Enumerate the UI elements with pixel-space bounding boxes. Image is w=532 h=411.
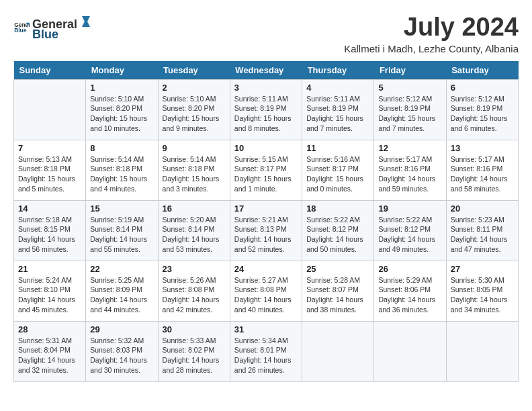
weekday-header-row: SundayMondayTuesdayWednesdayThursdayFrid… [14,61,519,80]
day-info: Sunrise: 5:17 AM Sunset: 8:16 PM Dayligh… [451,154,514,194]
calendar-cell: 14Sunrise: 5:18 AM Sunset: 8:15 PM Dayli… [14,200,86,261]
day-info: Sunrise: 5:34 AM Sunset: 8:01 PM Dayligh… [234,336,298,375]
calendar-cell: 18Sunrise: 5:22 AM Sunset: 8:12 PM Dayli… [302,200,374,261]
day-info: Sunrise: 5:18 AM Sunset: 8:15 PM Dayligh… [18,215,81,255]
calendar-cell: 3Sunrise: 5:11 AM Sunset: 8:19 PM Daylig… [230,79,302,140]
calendar-cell: 30Sunrise: 5:33 AM Sunset: 8:02 PM Dayli… [158,321,230,381]
calendar-cell: 13Sunrise: 5:17 AM Sunset: 8:16 PM Dayli… [446,140,518,200]
title-area: July 2024 Kallmeti i Madh, Lezhe County,… [344,13,519,54]
calendar-cell: 31Sunrise: 5:34 AM Sunset: 8:01 PM Dayli… [230,321,302,381]
day-number: 12 [378,143,441,153]
day-number: 21 [18,264,81,274]
week-row-2: 7Sunrise: 5:13 AM Sunset: 8:18 PM Daylig… [14,140,519,200]
day-number: 24 [234,264,298,274]
calendar-cell: 1Sunrise: 5:10 AM Sunset: 8:20 PM Daylig… [86,79,158,140]
day-number: 17 [234,203,298,214]
calendar-cell: 20Sunrise: 5:23 AM Sunset: 8:11 PM Dayli… [446,200,518,261]
calendar-cell: 16Sunrise: 5:20 AM Sunset: 8:14 PM Dayli… [158,200,230,261]
logo: General Blue General Blue [13,13,93,42]
calendar-cell: 19Sunrise: 5:22 AM Sunset: 8:12 PM Dayli… [374,200,446,261]
day-info: Sunrise: 5:33 AM Sunset: 8:02 PM Dayligh… [163,336,226,375]
week-row-3: 14Sunrise: 5:18 AM Sunset: 8:15 PM Dayli… [14,200,519,261]
day-number: 16 [163,203,226,214]
weekday-header-tuesday: Tuesday [158,61,230,80]
calendar-cell: 23Sunrise: 5:26 AM Sunset: 8:08 PM Dayli… [158,261,230,321]
day-number: 7 [18,143,81,153]
calendar-cell: 10Sunrise: 5:15 AM Sunset: 8:17 PM Dayli… [230,140,302,200]
day-info: Sunrise: 5:13 AM Sunset: 8:18 PM Dayligh… [18,154,81,194]
day-info: Sunrise: 5:12 AM Sunset: 8:19 PM Dayligh… [378,94,441,134]
week-row-1: 1Sunrise: 5:10 AM Sunset: 8:20 PM Daylig… [14,79,519,140]
day-number: 10 [234,143,298,153]
day-info: Sunrise: 5:15 AM Sunset: 8:17 PM Dayligh… [234,154,298,194]
day-info: Sunrise: 5:21 AM Sunset: 8:13 PM Dayligh… [234,215,298,255]
day-info: Sunrise: 5:17 AM Sunset: 8:16 PM Dayligh… [378,154,441,194]
day-number: 1 [90,83,153,93]
calendar-cell: 9Sunrise: 5:14 AM Sunset: 8:18 PM Daylig… [158,140,230,200]
weekday-header-thursday: Thursday [302,61,374,80]
day-info: Sunrise: 5:14 AM Sunset: 8:18 PM Dayligh… [90,154,153,194]
day-info: Sunrise: 5:24 AM Sunset: 8:10 PM Dayligh… [18,275,81,315]
day-info: Sunrise: 5:11 AM Sunset: 8:19 PM Dayligh… [234,94,298,134]
day-info: Sunrise: 5:30 AM Sunset: 8:05 PM Dayligh… [451,275,514,315]
svg-marker-3 [82,16,90,27]
calendar-cell: 24Sunrise: 5:27 AM Sunset: 8:08 PM Dayli… [230,261,302,321]
calendar-cell: 15Sunrise: 5:19 AM Sunset: 8:14 PM Dayli… [86,200,158,261]
day-number: 8 [90,143,153,153]
day-info: Sunrise: 5:14 AM Sunset: 8:18 PM Dayligh… [163,154,226,194]
calendar-cell: 25Sunrise: 5:28 AM Sunset: 8:07 PM Dayli… [302,261,374,321]
day-number: 30 [163,324,226,334]
day-number: 13 [451,143,514,153]
calendar-cell: 7Sunrise: 5:13 AM Sunset: 8:18 PM Daylig… [14,140,86,200]
week-row-5: 28Sunrise: 5:31 AM Sunset: 8:04 PM Dayli… [14,321,519,381]
day-info: Sunrise: 5:25 AM Sunset: 8:09 PM Dayligh… [90,275,153,315]
calendar-cell: 8Sunrise: 5:14 AM Sunset: 8:18 PM Daylig… [86,140,158,200]
calendar-cell: 22Sunrise: 5:25 AM Sunset: 8:09 PM Dayli… [86,261,158,321]
day-number: 14 [18,203,81,214]
day-info: Sunrise: 5:23 AM Sunset: 8:11 PM Dayligh… [451,215,514,255]
day-number: 3 [234,83,298,93]
day-number: 4 [306,83,369,93]
calendar-cell: 6Sunrise: 5:12 AM Sunset: 8:19 PM Daylig… [446,79,518,140]
day-number: 31 [234,324,298,334]
day-info: Sunrise: 5:19 AM Sunset: 8:14 PM Dayligh… [90,215,153,255]
calendar-cell: 27Sunrise: 5:30 AM Sunset: 8:05 PM Dayli… [446,261,518,321]
calendar-cell: 29Sunrise: 5:32 AM Sunset: 8:03 PM Dayli… [86,321,158,381]
calendar-cell: 26Sunrise: 5:29 AM Sunset: 8:06 PM Dayli… [374,261,446,321]
day-number: 22 [90,264,153,274]
month-title: July 2024 [344,13,519,42]
day-info: Sunrise: 5:27 AM Sunset: 8:08 PM Dayligh… [234,275,298,315]
day-number: 20 [451,203,514,214]
day-number: 27 [451,264,514,274]
logo-arrow-icon [78,13,93,28]
calendar-cell [14,79,86,140]
day-info: Sunrise: 5:16 AM Sunset: 8:17 PM Dayligh… [306,154,369,194]
day-number: 28 [18,324,81,334]
day-info: Sunrise: 5:28 AM Sunset: 8:07 PM Dayligh… [306,275,369,315]
calendar-cell: 28Sunrise: 5:31 AM Sunset: 8:04 PM Dayli… [14,321,86,381]
day-info: Sunrise: 5:12 AM Sunset: 8:19 PM Dayligh… [451,94,514,134]
day-info: Sunrise: 5:22 AM Sunset: 8:12 PM Dayligh… [306,215,369,255]
calendar-cell [302,321,374,381]
week-row-4: 21Sunrise: 5:24 AM Sunset: 8:10 PM Dayli… [14,261,519,321]
weekday-header-sunday: Sunday [14,61,86,80]
day-info: Sunrise: 5:11 AM Sunset: 8:19 PM Dayligh… [306,94,369,134]
calendar-cell: 21Sunrise: 5:24 AM Sunset: 8:10 PM Dayli… [14,261,86,321]
day-info: Sunrise: 5:22 AM Sunset: 8:12 PM Dayligh… [378,215,441,255]
logo-icon: General Blue [13,19,30,36]
day-number: 9 [163,143,226,153]
calendar-cell [446,321,518,381]
calendar-cell: 2Sunrise: 5:10 AM Sunset: 8:20 PM Daylig… [158,79,230,140]
location-title: Kallmeti i Madh, Lezhe County, Albania [344,43,519,54]
day-info: Sunrise: 5:20 AM Sunset: 8:14 PM Dayligh… [163,215,226,255]
weekday-header-monday: Monday [86,61,158,80]
calendar-cell: 4Sunrise: 5:11 AM Sunset: 8:19 PM Daylig… [302,79,374,140]
calendar-cell: 17Sunrise: 5:21 AM Sunset: 8:13 PM Dayli… [230,200,302,261]
weekday-header-friday: Friday [374,61,446,80]
day-number: 19 [378,203,441,214]
calendar-cell: 11Sunrise: 5:16 AM Sunset: 8:17 PM Dayli… [302,140,374,200]
page-header: General Blue General Blue July 2024 Kall… [13,13,519,54]
day-info: Sunrise: 5:29 AM Sunset: 8:06 PM Dayligh… [378,275,441,315]
day-info: Sunrise: 5:10 AM Sunset: 8:20 PM Dayligh… [90,94,153,134]
day-number: 18 [306,203,369,214]
